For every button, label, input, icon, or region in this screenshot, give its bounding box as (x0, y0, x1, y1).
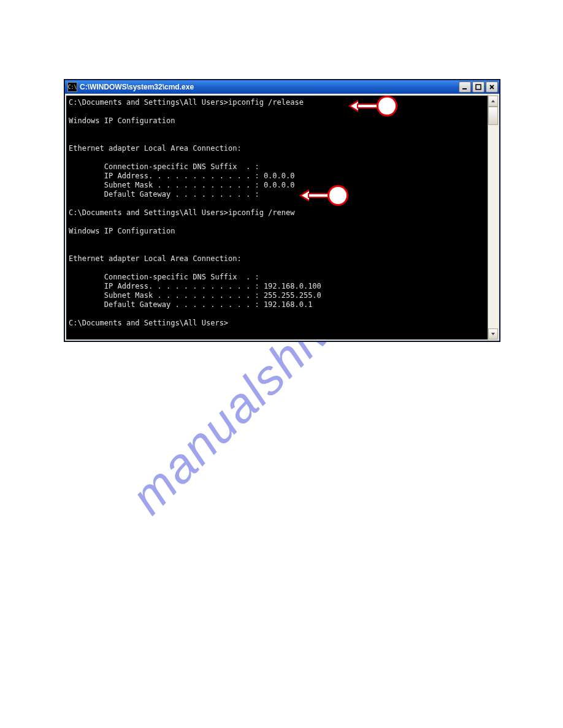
output-line: Default Gateway . . . . . . . . . : 192.… (69, 300, 312, 309)
output-line: Windows IP Configuration (69, 116, 175, 125)
output-line: Connection-specific DNS Suffix . : (69, 273, 259, 281)
arrow-left-icon (348, 100, 358, 112)
scroll-thumb[interactable] (488, 107, 498, 125)
output-line: Subnet Mask . . . . . . . . . . . : 0.0.… (69, 181, 294, 189)
command-text: ipconfig /release (228, 98, 304, 107)
minimize-icon (462, 84, 468, 90)
output-line: Ethernet adapter Local Area Connection: (69, 254, 242, 263)
command-text: ipconfig /renew (228, 208, 294, 217)
output-line: Connection-specific DNS Suffix . : (69, 162, 259, 171)
callout-arrow-renew (299, 185, 348, 206)
scroll-down-button[interactable] (488, 328, 498, 339)
arrow-shaft (357, 104, 378, 108)
cmd-window: C:\ C:\WINDOWS\system32\cmd.exe C:\Docum… (64, 80, 500, 341)
callout-circle (377, 96, 397, 116)
maximize-icon (475, 84, 481, 90)
callout-arrow-release (348, 96, 397, 116)
svg-rect-1 (476, 85, 481, 89)
arrow-left-icon (299, 189, 309, 202)
arrow-left-icon-fill (351, 102, 358, 110)
cmd-icon: C:\ (67, 82, 77, 92)
prompt-line: C:\Documents and Settings\All Users> (69, 98, 228, 107)
prompt-line: C:\Documents and Settings\All Users> (69, 208, 228, 217)
output-line: Default Gateway . . . . . . . . . : (69, 190, 259, 199)
maximize-button[interactable] (472, 82, 484, 93)
titlebar[interactable]: C:\ C:\WINDOWS\system32\cmd.exe (65, 80, 499, 94)
minimize-button[interactable] (459, 82, 471, 93)
scroll-track[interactable] (488, 107, 498, 328)
svg-marker-5 (491, 333, 495, 335)
output-line: IP Address. . . . . . . . . . . . : 0.0.… (69, 172, 294, 180)
arrow-shaft-fill (309, 194, 329, 197)
arrow-shaft-fill (358, 105, 378, 107)
vertical-scrollbar[interactable] (488, 94, 499, 341)
arrow-left-icon-fill (302, 191, 309, 200)
svg-rect-0 (462, 88, 467, 89)
chevron-down-icon (491, 332, 496, 336)
output-line: Ethernet adapter Local Area Connection: (69, 144, 242, 153)
prompt-line: C:\Documents and Settings\All Users> (69, 319, 228, 327)
arrow-shaft (308, 193, 329, 198)
scroll-up-button[interactable] (488, 96, 498, 107)
callout-circle-fill (378, 97, 396, 115)
close-button[interactable] (486, 82, 498, 93)
chevron-up-icon (491, 99, 496, 104)
output-line: Subnet Mask . . . . . . . . . . . : 255.… (69, 291, 321, 300)
window-title: C:\WINDOWS\system32\cmd.exe (80, 83, 459, 91)
callout-circle (327, 185, 348, 206)
output-line: IP Address. . . . . . . . . . . . : 192.… (69, 282, 321, 290)
output-line: Windows IP Configuration (69, 227, 175, 235)
console-output[interactable]: C:\Documents and Settings\All Users>ipco… (65, 94, 488, 341)
callout-circle-fill (329, 187, 347, 204)
close-icon (489, 84, 495, 90)
svg-marker-4 (491, 100, 495, 102)
client-area: C:\Documents and Settings\All Users>ipco… (65, 94, 499, 341)
window-buttons (459, 82, 498, 93)
